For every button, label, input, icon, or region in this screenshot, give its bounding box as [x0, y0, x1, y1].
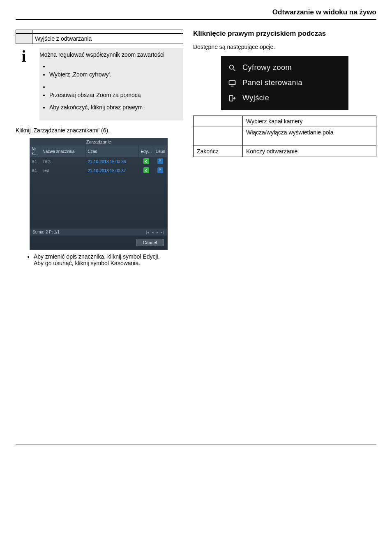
desc-right: Kończy odtwarzanie — [243, 146, 376, 157]
info-bullet-4: Przesuwaj obszar Zoom za pomocą — [49, 92, 181, 98]
cell-channel: A4 — [30, 166, 41, 175]
menu-item-digital-zoom[interactable]: Cyfrowy zoom — [227, 60, 343, 75]
panel-icon — [228, 79, 237, 87]
desc-left — [194, 116, 243, 127]
options-description-table: Wybierz kanał kamery Włącza/wyłącza wyśw… — [193, 116, 376, 157]
exit-icon-cell — [16, 30, 32, 34]
menu-item-control-panel[interactable]: Panel sterowania — [227, 75, 343, 90]
desc-left: Zakończ — [194, 146, 243, 157]
info-bullet-empty-2 — [49, 83, 181, 90]
col-name: Nazwa znacznika — [41, 146, 86, 157]
table-row[interactable]: A4 TAG 21-10-2013 15:00:36 — [30, 157, 167, 166]
exit-label-cell: Wyjście z odtwarzania — [32, 34, 183, 44]
delete-icon[interactable] — [157, 158, 163, 164]
footer-rule — [16, 444, 376, 444]
dialog-title: Zarządzanie — [30, 138, 167, 146]
post-dialog-bullet: Aby zmienić opis znacznika, kliknij symb… — [34, 253, 183, 266]
info-bullet-2: Wybierz ‚Zoom cyfrowy'. — [49, 71, 181, 78]
exit-empty-cell — [32, 30, 183, 34]
col-channel: Nr k… — [30, 146, 41, 157]
dialog-status: Suma: 2 P: 1/1 — [32, 230, 60, 234]
svg-rect-2 — [229, 81, 235, 85]
info-block: Można regulować współczynnik zoom zawart… — [39, 48, 183, 120]
info-icon: i — [16, 48, 32, 65]
cancel-button[interactable]: Cancel — [136, 239, 164, 246]
right-intro: Dostępne są następujące opcje. — [193, 44, 376, 50]
delete-icon[interactable] — [157, 167, 163, 173]
cell-channel: A4 — [30, 157, 41, 166]
context-menu: Cyfrowy zoom Panel sterowania Wyjśc — [221, 56, 348, 110]
right-heading: Kliknięcie prawym przyciskiem podczas — [193, 30, 376, 38]
col-delete: Usuń — [154, 146, 167, 157]
info-bullet-5: Aby zakończyć, kliknij obraz prawym — [49, 104, 181, 111]
table-row[interactable]: A4 test 21-10-2013 15:00:37 — [30, 166, 167, 175]
pager[interactable]: |◂◂▸▸| — [145, 230, 165, 234]
desc-right: Włącza/wyłącza wyświetlanie pola — [243, 127, 376, 146]
page-header: Odtwarzanie w widoku na żywo — [16, 8, 376, 20]
edit-icon[interactable] — [143, 167, 149, 173]
magnifier-icon — [228, 64, 237, 72]
cell-time: 21-10-2013 15:00:37 — [86, 166, 139, 175]
markers-intro: Kliknij ‚Zarządzanie znacznikami' (6). — [16, 127, 183, 134]
cell-name: TAG — [41, 157, 86, 166]
menu-item-exit[interactable]: Wyjście — [227, 90, 343, 106]
exit-icon-cell-2 — [16, 34, 32, 44]
svg-rect-5 — [229, 95, 233, 101]
exit-icon — [228, 94, 237, 102]
desc-left — [194, 127, 243, 146]
menu-label: Panel sterowania — [242, 79, 302, 87]
edit-icon[interactable] — [143, 158, 149, 164]
col-edit: Edy… — [139, 146, 154, 157]
cell-name: test — [41, 166, 86, 175]
menu-label: Wyjście — [242, 94, 269, 102]
info-bullet-empty-1 — [49, 63, 181, 69]
svg-line-1 — [233, 69, 235, 71]
menu-label: Cyfrowy zoom — [242, 63, 292, 72]
marker-management-dialog: Zarządzanie Nr k… Nazwa znacznika Czas E… — [30, 138, 168, 250]
info-text: Można regulować współczynnik zoom zawart… — [39, 50, 181, 60]
cell-time: 21-10-2013 15:00:36 — [86, 157, 139, 166]
col-time: Czas — [86, 146, 139, 157]
desc-right: Wybierz kanał kamery — [243, 116, 376, 127]
svg-point-0 — [229, 65, 233, 69]
exit-table: Wyjście z odtwarzania — [16, 30, 183, 44]
